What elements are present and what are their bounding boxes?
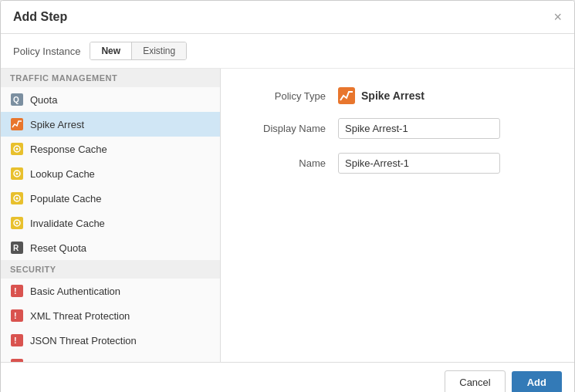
quota-icon: Q [10,93,24,106]
svg-point-5 [16,148,19,150]
svg-text:R: R [13,244,19,252]
toggle-existing[interactable]: Existing [132,42,186,59]
sidebar-item-json-threat-label: JSON Threat Protection [30,335,137,346]
svg-rect-17 [11,285,23,297]
sidebar-item-quota-label: Quota [30,94,57,106]
response-cache-icon [10,142,24,156]
name-row: Name [245,153,550,174]
svg-text:!: ! [14,360,17,362]
spike-arrest-icon [10,117,24,131]
dialog-header: Add Step × [1,1,574,34]
add-button[interactable]: Add [512,371,562,392]
svg-point-8 [16,173,19,175]
sidebar-item-json-threat[interactable]: ! JSON Threat Protection [1,328,220,353]
dialog-body: Traffic Management Q Quota Spike Arrest … [1,69,574,362]
toggle-new[interactable]: New [90,42,132,59]
sidebar-item-spike-arrest-label: Spike Arrest [30,119,84,130]
sidebar-item-quota[interactable]: Q Quota [1,87,220,112]
svg-text:Q: Q [13,96,19,104]
svg-rect-19 [11,309,23,322]
display-name-input[interactable] [338,118,500,139]
sidebar-item-spike-arrest[interactable]: Spike Arrest [1,112,220,137]
svg-rect-23 [11,359,23,362]
sidebar-item-response-cache[interactable]: Response Cache [1,137,220,161]
sidebar-item-lookup-cache[interactable]: Lookup Cache [1,161,220,186]
invalidate-cache-icon [10,216,24,230]
dialog-title: Add Step [13,10,67,24]
section-header-security: Security [1,260,220,279]
policy-type-display: Spike Arrest [338,87,424,104]
lookup-cache-icon [10,167,24,181]
display-name-label: Display Name [245,123,338,134]
sidebar-item-xml-threat-label: XML Threat Protection [30,310,130,322]
sidebar-item-invalidate-cache[interactable]: Invalidate Cache [1,211,220,235]
sidebar-item-populate-cache[interactable]: Populate Cache [1,186,220,211]
close-button[interactable]: × [553,10,562,24]
policy-instance-label: Policy Instance [13,46,80,57]
svg-rect-21 [11,334,23,346]
sidebar-item-response-cache-label: Response Cache [30,144,107,155]
name-label: Name [245,157,338,169]
regex-protection-icon: ! [10,358,24,362]
reset-quota-icon: R [10,241,24,255]
policy-instance-toggle: New Existing [90,42,187,60]
svg-text:!: ! [14,336,17,345]
policy-type-value: Spike Arrest [361,90,424,102]
svg-point-11 [16,198,19,200]
json-threat-icon: ! [10,333,24,347]
svg-text:!: ! [14,286,17,296]
basic-auth-icon: ! [10,284,24,298]
sidebar-item-invalidate-cache-label: Invalidate Cache [30,218,105,229]
svg-rect-27 [338,87,355,104]
sidebar-item-regex-protection-label: Regular Expression Protection [30,360,166,363]
policy-type-row: Policy Type Spike Arrest [245,87,550,104]
sidebar-item-regex-protection[interactable]: ! Regular Expression Protection [1,353,220,362]
main-content: Policy Type Spike Arrest Display Name Na… [221,69,574,362]
sidebar-item-reset-quota-label: Reset Quota [30,242,86,254]
policy-type-label: Policy Type [245,90,338,102]
sidebar-item-reset-quota[interactable]: R Reset Quota [1,235,220,260]
policy-type-icon [338,87,355,104]
svg-text:!: ! [14,311,17,320]
cancel-button[interactable]: Cancel [445,370,505,392]
dialog-footer: Cancel Add [1,362,574,392]
name-input[interactable] [338,153,500,174]
populate-cache-icon [10,191,24,205]
add-step-dialog: Add Step × Policy Instance New Existing … [0,0,575,392]
sidebar-item-lookup-cache-label: Lookup Cache [30,168,95,180]
sidebar-item-xml-threat[interactable]: ! XML Threat Protection [1,303,220,328]
display-name-row: Display Name [245,118,550,139]
svg-point-14 [16,222,19,225]
policy-instance-row: Policy Instance New Existing [1,34,574,69]
sidebar-item-populate-cache-label: Populate Cache [30,193,102,204]
sidebar: Traffic Management Q Quota Spike Arrest … [1,69,221,362]
xml-threat-icon: ! [10,309,24,323]
section-header-traffic: Traffic Management [1,69,220,87]
sidebar-item-basic-auth-label: Basic Authentication [30,286,120,297]
sidebar-item-basic-auth[interactable]: ! Basic Authentication [1,279,220,303]
